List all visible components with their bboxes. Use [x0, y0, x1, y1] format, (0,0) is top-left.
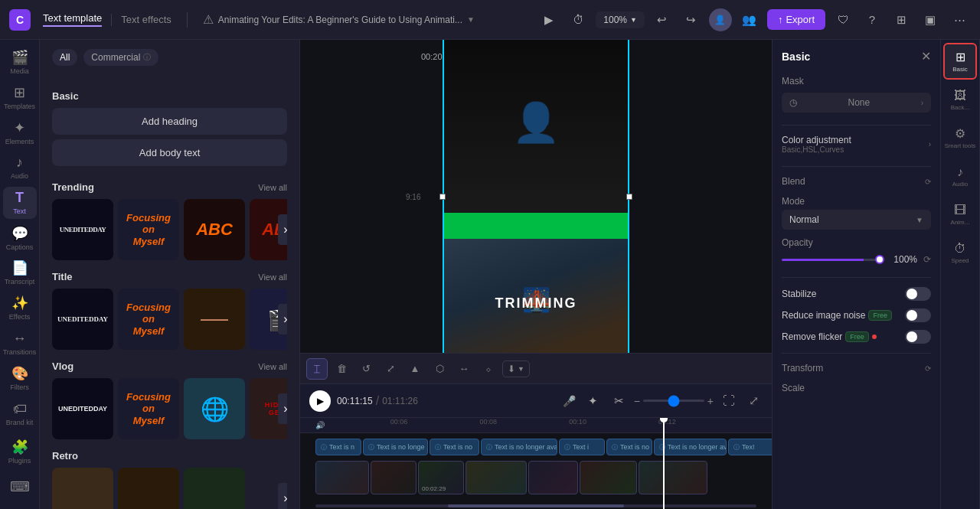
filter-commercial-button[interactable]: Commercial ⓘ — [83, 49, 158, 66]
sidebar-item-effects[interactable]: ✨ Effects — [3, 292, 37, 324]
text-clip-4[interactable]: ⓘText is no longer available — [481, 439, 557, 455]
undo-button[interactable]: ↩ — [651, 8, 674, 31]
download-dropdown[interactable]: ⬇ ▼ — [502, 361, 530, 377]
sidebar-item-filters[interactable]: 🎨 Filters — [3, 362, 37, 394]
video-clip-5[interactable] — [528, 461, 578, 494]
avatar[interactable]: 👤 — [709, 8, 732, 31]
sidebar-item-plugins[interactable]: 🧩 Plugins — [3, 436, 37, 468]
tab-text-effects[interactable]: Text effects — [121, 14, 172, 25]
color-adjustment-row[interactable]: Color adjustment Basic,HSL,Curves › — [782, 135, 931, 154]
tab-text-template[interactable]: Text template — [43, 12, 102, 27]
vlog-card-3[interactable]: 🌐 — [184, 378, 245, 439]
redo-button[interactable]: ↪ — [680, 8, 703, 31]
fullscreen-icon[interactable]: ⛶ — [720, 392, 738, 410]
view-all-trending[interactable]: View all — [258, 183, 287, 192]
retro-grid-next[interactable]: › — [278, 483, 287, 509]
sidebar-item-transcript[interactable]: 📄 Transcript — [3, 257, 37, 289]
play-button[interactable]: ▶ — [537, 8, 560, 31]
text-clip-6[interactable]: ⓘText is no k — [606, 439, 652, 455]
handle-mid-left[interactable] — [439, 194, 446, 200]
share-icon[interactable]: 👥 — [738, 8, 761, 31]
flag-tool[interactable]: ▲ — [404, 358, 426, 380]
retro-card-1[interactable] — [52, 468, 113, 509]
sidebar-item-media[interactable]: 🎬 Media — [3, 46, 37, 78]
stabilize-toggle[interactable] — [905, 287, 931, 301]
vtab-audio[interactable]: ♪ Audio — [943, 158, 977, 194]
layout-icon[interactable]: ▣ — [919, 8, 942, 31]
title-card-2[interactable]: FocusingonMyself — [118, 289, 179, 350]
title-grid-next[interactable]: › — [278, 304, 287, 334]
text-clip-8[interactable]: ⓘTex! — [728, 439, 772, 455]
sidebar-item-elements[interactable]: ✦ Elements — [3, 116, 37, 148]
text-clip-7[interactable]: ⓘText is no longer avail — [654, 439, 727, 455]
settings-icon[interactable]: ⋯ — [948, 8, 971, 31]
zoom-level[interactable]: 100%▼ — [596, 11, 645, 28]
panel-close-button[interactable]: ✕ — [921, 49, 931, 64]
vlog-grid-next[interactable]: › — [278, 393, 287, 424]
stretch-tool[interactable]: ↔ — [453, 358, 475, 380]
filter-all-button[interactable]: All — [52, 49, 77, 66]
split-v-tool[interactable]: ⬦ — [478, 358, 499, 380]
shield-icon[interactable]: 🛡 — [831, 8, 854, 31]
vlog-card-2[interactable]: FocusingonMyself — [118, 378, 179, 439]
video-clip-7[interactable] — [639, 461, 707, 494]
text-clip-3[interactable]: ⓘText is no — [430, 439, 479, 455]
opacity-reset-icon[interactable]: ⟳ — [923, 254, 931, 265]
split-h-tool[interactable]: ⬡ — [429, 358, 450, 380]
title-card-3[interactable]: —— — [184, 289, 245, 350]
expand-icon[interactable]: ⤢ — [744, 392, 763, 410]
reduce-noise-toggle[interactable] — [905, 308, 931, 322]
video-clip-4[interactable] — [466, 461, 527, 494]
scissors-icon[interactable]: ✂ — [608, 390, 631, 413]
trending-card-3[interactable]: ABC — [184, 199, 245, 260]
delete-tool[interactable]: 🗑 — [331, 358, 352, 380]
scale-tool[interactable]: ⤢ — [380, 358, 401, 380]
video-clip-1[interactable] — [315, 461, 369, 494]
volume-ruler-icon[interactable]: 🔊 — [315, 421, 331, 429]
loop-tool[interactable]: ↺ — [355, 358, 377, 380]
zoom-slider[interactable] — [643, 400, 704, 402]
video-clip-2[interactable] — [371, 461, 416, 494]
trending-card-1[interactable]: UNEDITEDDAY — [52, 199, 113, 260]
sidebar-item-brand-kit[interactable]: 🏷 Brand kit — [3, 397, 37, 429]
sidebar-item-audio[interactable]: ♪ Audio — [3, 152, 37, 184]
video-clip-3[interactable]: 00:02:29 — [418, 461, 464, 494]
opacity-slider[interactable] — [782, 259, 884, 261]
mode-selector[interactable]: Normal ▼ — [782, 210, 931, 230]
sidebar-item-captions[interactable]: 💬 Captions — [3, 222, 37, 254]
grid-icon[interactable]: ⊞ — [890, 8, 913, 31]
vtab-anim[interactable]: 🎞 Anim... — [943, 196, 977, 233]
zoom-out-icon[interactable]: − — [634, 395, 640, 407]
sidebar-item-text[interactable]: T Text — [3, 187, 37, 219]
zoom-in-icon[interactable]: + — [707, 395, 714, 407]
remove-flicker-toggle[interactable] — [905, 330, 931, 344]
view-all-title[interactable]: View all — [258, 272, 287, 282]
app-logo[interactable]: C — [9, 9, 31, 31]
magic-icon[interactable]: ✦ — [582, 390, 605, 413]
canvas-container[interactable]: ⛶ ⇄ ↺ ⤡ ··· 9:16 👤 — [443, 40, 629, 353]
title-card-1[interactable]: UNEDITEDDAY — [52, 289, 113, 350]
sidebar-item-transitions[interactable]: ↔ Transitions — [3, 327, 37, 359]
retro-card-3[interactable] — [184, 468, 245, 509]
trending-card-2[interactable]: FocusingonMyself — [118, 199, 179, 260]
add-heading-button[interactable]: Add heading — [52, 108, 287, 135]
video-clip-6[interactable] — [580, 461, 637, 494]
vtab-basic[interactable]: ⊞ Basic — [943, 43, 977, 80]
timer-icon[interactable]: ⏱ — [567, 8, 590, 31]
handle-mid-right[interactable] — [626, 194, 632, 200]
vtab-smart[interactable]: ⚙ Smart tools — [943, 119, 977, 156]
sidebar-item-templates[interactable]: ⊞ Templates — [3, 81, 37, 113]
vtab-backdrops[interactable]: 🖼 Back... — [943, 81, 977, 118]
text-clip-1[interactable]: ⓘText is n — [315, 439, 361, 455]
help-icon[interactable]: ? — [861, 8, 884, 31]
play-button[interactable]: ▶ — [309, 390, 331, 412]
project-name[interactable]: Animating Your Edits: A Beginner's Guide… — [218, 15, 462, 25]
vtab-speed[interactable]: ⏱ Speed — [943, 234, 977, 271]
timeline-scrollbar-thumb[interactable] — [448, 504, 624, 507]
vlog-card-1[interactable]: UNEDITEDDAY — [52, 378, 113, 439]
text-clip-2[interactable]: ⓘText is no longe — [363, 439, 428, 455]
retro-card-2[interactable] — [118, 468, 179, 509]
sidebar-item-keyboard[interactable]: ⌨ — [3, 471, 37, 503]
canvas-text-trimming[interactable]: TRIMMING — [444, 295, 628, 312]
add-body-button[interactable]: Add body text — [52, 139, 287, 166]
